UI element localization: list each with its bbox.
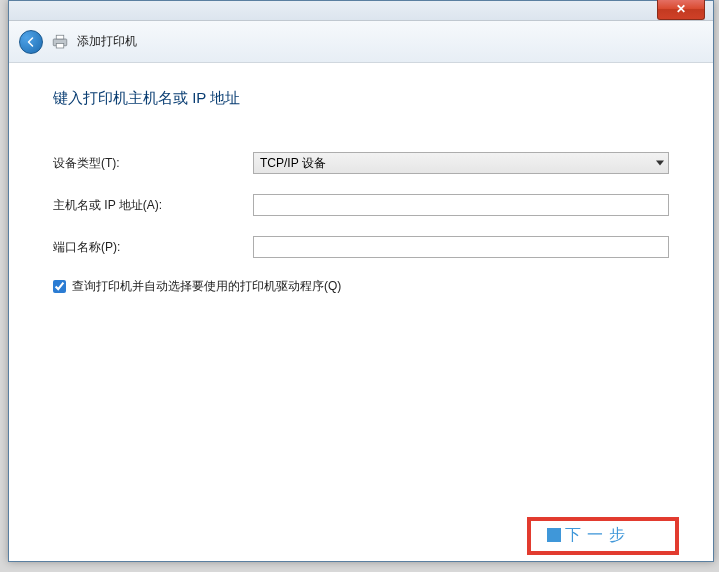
printer-icon [51, 34, 69, 50]
close-icon: ✕ [676, 2, 687, 16]
port-row: 端口名称(P): [53, 236, 669, 258]
hostname-row: 主机名或 IP 地址(A): [53, 194, 669, 216]
port-input[interactable] [253, 236, 669, 258]
device-type-value: TCP/IP 设备 [260, 155, 326, 172]
svg-rect-2 [56, 43, 64, 48]
back-button[interactable] [19, 30, 43, 54]
device-type-row: 设备类型(T): TCP/IP 设备 [53, 152, 669, 174]
query-checkbox[interactable] [53, 280, 66, 293]
port-label: 端口名称(P): [53, 239, 253, 256]
device-type-select[interactable]: TCP/IP 设备 [253, 152, 669, 174]
back-arrow-icon [25, 36, 37, 48]
dialog-window: ✕ 添加打印机 键入打印机主机名或 IP 地址 设备类型(T): TCP/IP … [8, 0, 714, 562]
content-area: 键入打印机主机名或 IP 地址 设备类型(T): TCP/IP 设备 主机名或 … [9, 63, 713, 295]
device-type-label: 设备类型(T): [53, 155, 253, 172]
next-button[interactable]: 下一步 [547, 523, 659, 547]
next-button-label: 下一步 [565, 525, 631, 546]
titlebar: ✕ [9, 1, 713, 21]
svg-rect-1 [56, 35, 64, 39]
header-title: 添加打印机 [77, 33, 137, 50]
hostname-input[interactable] [253, 194, 669, 216]
close-button[interactable]: ✕ [657, 0, 705, 20]
hostname-label: 主机名或 IP 地址(A): [53, 197, 253, 214]
query-checkbox-label: 查询打印机并自动选择要使用的打印机驱动程序(Q) [72, 278, 341, 295]
page-heading: 键入打印机主机名或 IP 地址 [53, 89, 669, 108]
next-button-accent [547, 528, 561, 542]
header-bar: 添加打印机 [9, 21, 713, 63]
chevron-down-icon [656, 161, 664, 166]
query-checkbox-row[interactable]: 查询打印机并自动选择要使用的打印机驱动程序(Q) [53, 278, 669, 295]
